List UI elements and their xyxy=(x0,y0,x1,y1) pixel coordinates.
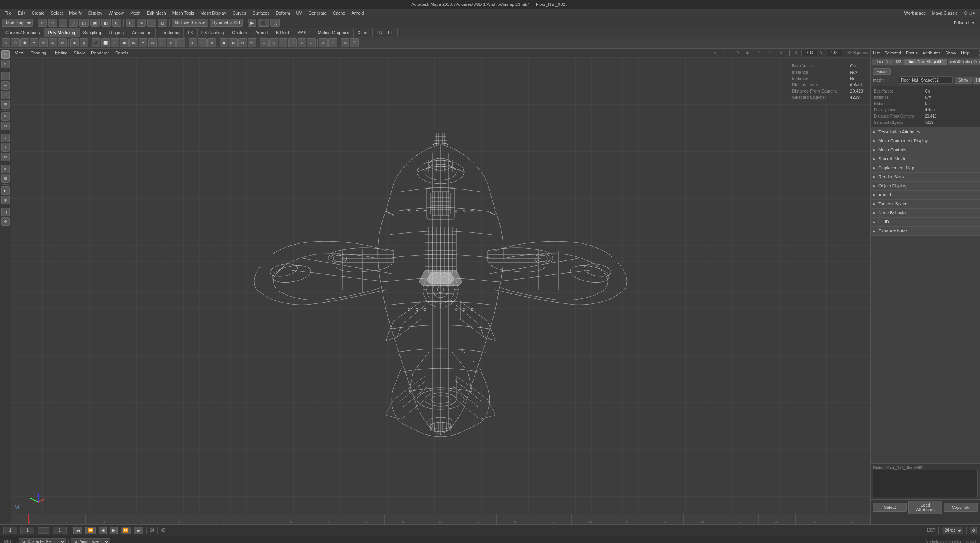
tab-biroot[interactable]: BiRoot xyxy=(272,28,293,37)
anim-layer-selector[interactable]: No Anim Layer xyxy=(71,538,110,543)
tab-motion-graphics[interactable]: Motion Graphics xyxy=(314,28,354,37)
render-btn[interactable]: ▶ xyxy=(248,19,256,27)
section-extra-attributes-header[interactable]: ▶ Extra Attributes xyxy=(871,227,980,235)
mode-btn-1[interactable]: ↩ xyxy=(38,19,47,27)
insert-loop-icon[interactable]: ⊞ xyxy=(148,38,157,47)
append-icon[interactable]: ▣ xyxy=(220,38,228,47)
section-tangent-space-header[interactable]: ▶ Tangent Space xyxy=(871,200,980,208)
snap-grid-btn[interactable]: ⊞ xyxy=(126,19,135,27)
crease-icon[interactable]: ⊤ xyxy=(350,38,359,47)
load-attributes-button[interactable]: Load Attributes xyxy=(908,501,942,514)
mode-btn-5[interactable]: ◫ xyxy=(79,19,89,27)
rotate-tool-icon[interactable]: ↻ xyxy=(39,38,48,47)
bridge-icon[interactable]: ⊟ xyxy=(111,38,119,47)
menu-cache[interactable]: Cache xyxy=(330,10,348,16)
menu-arnold[interactable]: Arnold xyxy=(349,10,367,16)
ae-list-btn[interactable]: List xyxy=(873,51,880,55)
bevel-icon[interactable]: ⬜ xyxy=(101,38,110,47)
mode-btn-6[interactable]: ▣ xyxy=(90,19,100,27)
prev-frame-btn[interactable]: ⏪ xyxy=(85,527,96,534)
menu-surfaces[interactable]: Surfaces xyxy=(250,10,272,16)
menu-deform[interactable]: Deform xyxy=(273,10,292,16)
section-uuid-header[interactable]: ▶ UUID xyxy=(871,218,980,226)
vp-y-input[interactable] xyxy=(827,50,842,56)
ae-attributes-btn[interactable]: Attributes xyxy=(922,51,940,55)
theme-select[interactable]: Maya Classic xyxy=(929,10,960,16)
edge-mode-btn[interactable]: — xyxy=(1,81,10,90)
extrude-icon[interactable]: ⬛ xyxy=(92,38,100,47)
vp-menu-renderer[interactable]: Renderer xyxy=(89,50,111,56)
vp-menu-panels[interactable]: Panels xyxy=(114,50,130,56)
ae-focus-btn[interactable]: Focus xyxy=(906,51,918,55)
vp-icon-4[interactable]: ⊡ xyxy=(755,49,763,57)
lasso-tool-icon[interactable]: ⬡ xyxy=(11,38,20,47)
menu-window[interactable]: Window xyxy=(106,10,126,16)
sculpt-icon[interactable]: ✏ xyxy=(248,38,256,47)
node-tab-shading[interactable]: initialShadingGroup xyxy=(948,59,980,65)
mode-btn-7[interactable]: ◧ xyxy=(101,19,111,27)
menu-create[interactable]: Create xyxy=(29,10,47,16)
mode-selector[interactable]: Modeling xyxy=(2,19,33,27)
tab-sculpting[interactable]: Sculpting xyxy=(80,28,105,37)
section-mesh-component-header[interactable]: ▶ Mesh Component Display xyxy=(871,136,980,145)
cleanup-icon[interactable]: ✕ xyxy=(319,38,328,47)
split-icon[interactable]: ⫟ xyxy=(139,38,147,47)
layer-btn[interactable]: ≡ xyxy=(1,165,10,173)
vp-menu-shading[interactable]: Shading xyxy=(29,50,48,56)
menu-mesh-display[interactable]: Mesh Display xyxy=(198,10,229,16)
workspace-select[interactable]: Workspace xyxy=(902,10,928,16)
vp-icon-6[interactable]: ⊗ xyxy=(777,49,785,57)
separate-icon[interactable]: ⊟ xyxy=(198,38,207,47)
menu-edit[interactable]: Edit xyxy=(16,10,28,16)
quadrangulate-icon[interactable]: □ xyxy=(279,38,287,47)
current-frame-input[interactable] xyxy=(20,527,34,534)
viewport-canvas[interactable]: Backfaces: On Instance: N/A Instance: No… xyxy=(11,57,870,514)
mode-btn-8[interactable]: ⊡ xyxy=(112,19,121,27)
frame-input-3[interactable] xyxy=(53,527,67,534)
menu-file[interactable]: File xyxy=(2,10,14,16)
live-surface-display[interactable]: No Live Surface xyxy=(172,19,208,27)
menu-modify[interactable]: Modify xyxy=(67,10,84,16)
anim-btn[interactable]: ▶ xyxy=(1,186,10,195)
mode-btn-3[interactable]: □ xyxy=(59,19,67,27)
vp-menu-view[interactable]: View xyxy=(13,50,26,56)
vp-menu-show[interactable]: Show xyxy=(73,50,87,56)
snap-curve-btn[interactable]: ∿ xyxy=(137,19,146,27)
vp-menu-lighting[interactable]: Lighting xyxy=(51,50,69,56)
count-icon[interactable]: # xyxy=(328,38,337,47)
node-tab-floor-nail[interactable]: Floor_Nail_902 xyxy=(872,59,904,65)
vp-icon-2[interactable]: ⊞ xyxy=(733,49,741,57)
symmetry-display[interactable]: Symmetry: Off xyxy=(210,19,243,27)
offset-loop-icon[interactable]: ⊡ xyxy=(158,38,166,47)
section-smooth-mesh-header[interactable]: ▶ Smooth Mesh xyxy=(871,154,980,163)
conform-icon[interactable]: ⊃ xyxy=(307,38,316,47)
tab-fx[interactable]: FX xyxy=(184,28,198,37)
snap-surface-btn[interactable]: ◻ xyxy=(158,19,167,27)
mirror-icon[interactable]: ⫷ xyxy=(298,38,306,47)
notes-textarea[interactable] xyxy=(873,470,978,497)
vp-icon-1[interactable]: □ xyxy=(722,49,730,57)
tab-rendering[interactable]: Rendering xyxy=(156,28,184,37)
detach-icon[interactable]: ⋰ xyxy=(176,38,185,47)
mesh-input[interactable] xyxy=(899,76,953,84)
scale-tool-icon[interactable]: ⊠ xyxy=(49,38,57,47)
time-settings-btn[interactable]: ⚙ xyxy=(970,527,977,534)
mode-btn-4[interactable]: ⊞ xyxy=(69,19,78,27)
script-btn[interactable]: { } xyxy=(1,208,10,216)
face-mode-btn[interactable]: □ xyxy=(1,91,10,99)
section-object-display-header[interactable]: ▶ Object Display xyxy=(871,182,980,190)
node-tab-shape[interactable]: Floor_Nail_Shape902 xyxy=(904,59,947,65)
settings-btn-left[interactable]: ⚙ xyxy=(1,217,10,226)
goto-end-btn[interactable]: ⏭ xyxy=(134,527,143,534)
render-btn-2[interactable]: ⬛ xyxy=(258,19,269,27)
section-arnold-header[interactable]: ▶ Arnold xyxy=(871,191,980,199)
paint-tool-btn[interactable]: ✏ xyxy=(1,60,10,68)
vp-icon-3[interactable]: ◉ xyxy=(744,49,752,57)
fps-selector[interactable]: 24 fps xyxy=(942,527,963,534)
menu-select[interactable]: Select xyxy=(49,10,65,16)
uv-mode-btn[interactable]: ⊞ xyxy=(1,100,10,109)
section-node-behavior-header[interactable]: ▶ Node Behavior xyxy=(871,209,980,217)
symmetry-icon[interactable]: ⧎ xyxy=(80,38,88,47)
select-button[interactable]: Select xyxy=(873,503,907,512)
camera-orbit-btn[interactable]: ○ xyxy=(1,134,10,142)
